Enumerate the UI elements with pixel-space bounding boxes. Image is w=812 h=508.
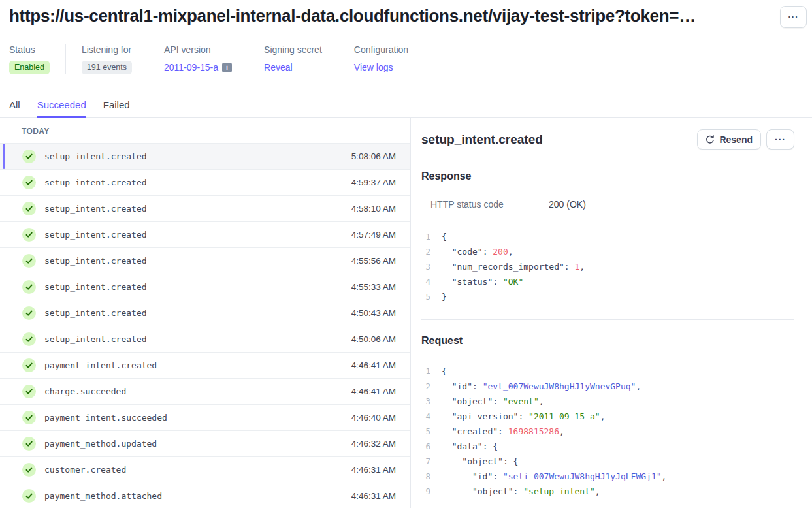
event-time: 4:46:41 AM xyxy=(351,360,396,370)
event-list-item[interactable]: setup_intent.created 4:50:43 AM xyxy=(0,300,410,326)
response-code: 1{2 "code": 200,3 "num_records_imported"… xyxy=(421,229,794,304)
reveal-secret-link[interactable]: Reveal xyxy=(264,62,293,72)
meta-status: Status Enabled xyxy=(9,44,65,74)
event-time: 4:50:43 AM xyxy=(351,308,396,318)
event-name: payment_method.attached xyxy=(44,491,351,501)
api-version-label: API version xyxy=(164,44,232,55)
success-check-icon xyxy=(22,463,36,477)
header-more-button[interactable]: ··· xyxy=(780,6,807,28)
resend-label: Resend xyxy=(719,135,753,145)
api-version-link[interactable]: 2011-09-15-a xyxy=(164,62,218,72)
success-check-icon xyxy=(22,332,36,346)
resend-button[interactable]: Resend xyxy=(697,129,761,150)
event-time: 5:08:06 AM xyxy=(351,151,396,161)
meta-api-version: API version 2011-09-15-a i xyxy=(148,44,248,74)
meta-listening-for: Listening for 191 events xyxy=(65,44,148,74)
event-time: 4:58:10 AM xyxy=(351,204,396,214)
request-code: 1{2 "id": "evt_007WewuJW8hgHJ1yWnevGPuq"… xyxy=(421,364,794,499)
event-time: 4:46:40 AM xyxy=(351,413,396,422)
event-list-item[interactable]: charge.succeeded 4:46:41 AM xyxy=(0,379,410,405)
code-line: 2 "id": "evt_007WewuJW8hgHJ1yWnevGPuq", xyxy=(421,379,794,394)
code-line: 5 "created": 1698815286, xyxy=(421,424,794,439)
event-detail-panel: setup_intent.created Resend ··· xyxy=(411,118,812,508)
tab-all[interactable]: All xyxy=(9,99,20,118)
event-list: setup_intent.created 5:08:06 AM setup_in… xyxy=(0,144,410,508)
success-check-icon xyxy=(22,489,36,503)
info-icon: i xyxy=(222,63,232,72)
event-list-item[interactable]: setup_intent.created 4:59:37 AM xyxy=(0,170,410,196)
resend-icon xyxy=(706,135,715,144)
more-icon: ··· xyxy=(788,12,799,22)
tab-failed[interactable]: Failed xyxy=(103,99,130,118)
success-check-icon xyxy=(22,411,36,424)
event-list-item[interactable]: setup_intent.created 4:57:49 AM xyxy=(0,222,410,248)
meta-signing-secret: Signing secret Reveal xyxy=(248,44,338,74)
event-name: setup_intent.created xyxy=(44,334,351,344)
event-time: 4:55:33 AM xyxy=(351,282,396,292)
event-name: setup_intent.created xyxy=(44,230,351,240)
http-status-row: HTTP status code 200 (OK) xyxy=(430,199,794,210)
success-check-icon xyxy=(22,202,36,215)
more-icon: ··· xyxy=(775,135,786,145)
success-check-icon xyxy=(22,176,36,189)
status-label: Status xyxy=(9,44,50,55)
configuration-label: Configuration xyxy=(354,44,408,55)
event-list-item[interactable]: payment_intent.created 4:46:41 AM xyxy=(0,353,410,379)
event-name: charge.succeeded xyxy=(44,387,351,396)
event-name: setup_intent.created xyxy=(44,282,351,292)
code-line: 2 "code": 200, xyxy=(421,244,794,259)
event-time: 4:59:37 AM xyxy=(351,178,396,187)
event-list-item[interactable]: setup_intent.created 4:55:33 AM xyxy=(0,274,410,300)
event-list-panel: TODAY setup_intent.created 5:08:06 AM se… xyxy=(0,118,411,508)
code-line: 1{ xyxy=(421,364,794,379)
code-line: 4 "status": "OK" xyxy=(421,274,794,289)
success-check-icon xyxy=(22,385,36,398)
detail-header: setup_intent.created Resend ··· xyxy=(421,129,794,150)
event-name: setup_intent.created xyxy=(44,204,351,214)
detail-title: setup_intent.created xyxy=(421,133,543,147)
success-check-icon xyxy=(22,280,36,294)
http-status-value: 200 (OK) xyxy=(549,199,586,210)
event-name: setup_intent.created xyxy=(44,308,351,318)
success-check-icon xyxy=(22,254,36,268)
event-time: 4:57:49 AM xyxy=(351,230,396,240)
event-name: setup_intent.created xyxy=(44,151,351,161)
code-line: 4 "api_version": "2011-09-15-a", xyxy=(421,409,794,424)
endpoint-meta-row: Status Enabled Listening for 191 events … xyxy=(9,44,803,74)
event-list-item[interactable]: customer.created 4:46:31 AM xyxy=(0,457,410,483)
event-filter-tabs: All Succeeded Failed xyxy=(0,99,812,118)
list-group-header: TODAY xyxy=(0,118,410,144)
signing-secret-label: Signing secret xyxy=(264,44,322,55)
event-name: payment_intent.created xyxy=(44,360,351,370)
webhook-endpoint-page: https://us-central1-mixpanel-internal-da… xyxy=(0,0,812,508)
content-area: TODAY setup_intent.created 5:08:06 AM se… xyxy=(0,118,812,508)
code-line: 3 "object": "event", xyxy=(421,394,794,409)
event-time: 4:46:31 AM xyxy=(351,491,396,501)
code-line: 3 "num_records_imported": 1, xyxy=(421,259,794,274)
tab-succeeded[interactable]: Succeeded xyxy=(37,99,86,118)
event-time: 4:55:56 AM xyxy=(351,256,396,266)
event-list-item[interactable]: payment_method.updated 4:46:32 AM xyxy=(0,431,410,457)
code-line: 1{ xyxy=(421,229,794,244)
event-time: 4:46:32 AM xyxy=(351,439,396,449)
success-check-icon xyxy=(22,358,36,372)
code-line: 5} xyxy=(421,289,794,304)
events-count-badge: 191 events xyxy=(82,61,132,74)
event-list-item[interactable]: payment_intent.succeeded 4:46:40 AM xyxy=(0,405,410,431)
event-list-item[interactable]: payment_method.attached 4:46:31 AM xyxy=(0,483,410,508)
event-name: setup_intent.created xyxy=(44,256,351,266)
event-list-item[interactable]: setup_intent.created 5:08:06 AM xyxy=(0,144,410,170)
listening-for-label: Listening for xyxy=(82,44,132,55)
status-badge: Enabled xyxy=(9,61,50,74)
section-divider xyxy=(421,319,794,320)
success-check-icon xyxy=(22,150,36,163)
page-title: https://us-central1-mixpanel-internal-da… xyxy=(9,6,772,26)
event-list-item[interactable]: setup_intent.created 4:58:10 AM xyxy=(0,196,410,222)
event-list-item[interactable]: setup_intent.created 4:55:56 AM xyxy=(0,248,410,274)
success-check-icon xyxy=(22,437,36,451)
event-list-item[interactable]: setup_intent.created 4:50:06 AM xyxy=(0,326,410,353)
code-line: 6 "data": { xyxy=(421,439,794,454)
detail-more-button[interactable]: ··· xyxy=(766,129,794,150)
view-logs-link[interactable]: View logs xyxy=(354,62,393,72)
request-heading: Request xyxy=(421,335,794,347)
